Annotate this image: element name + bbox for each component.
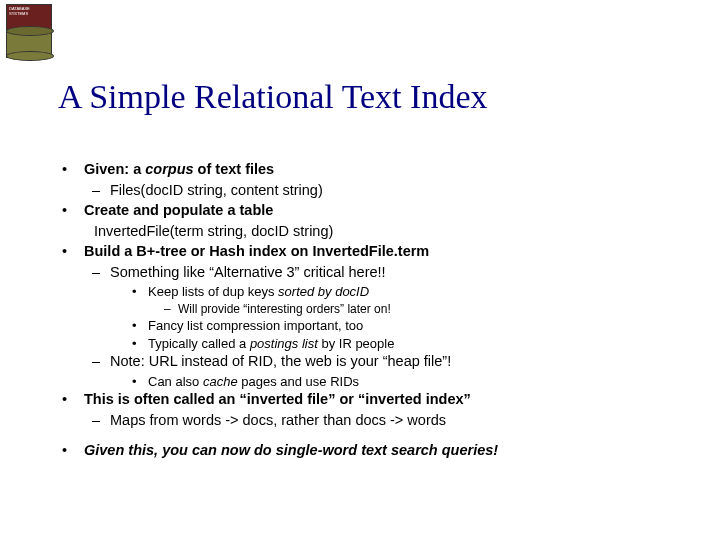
bullet-conclusion: •Given this, you can now do single-word …	[62, 441, 680, 461]
subbullet-maps: –Maps from words -> docs, rather than do…	[92, 411, 680, 431]
bullet-create: •Create and populate a table	[62, 201, 680, 221]
bullet-btree: •Build a B+-tree or Hash index on Invert…	[62, 242, 680, 262]
bullet-inverted-index: •This is often called an “inverted file”…	[62, 390, 680, 410]
subbullet-postings: •Typically called a postings list by IR …	[132, 335, 680, 353]
subbullet-orders: –Will provide “interesting orders” later…	[164, 301, 680, 317]
bullet-given: •Given: a corpus of text files	[62, 160, 680, 180]
subbullet-url: –Note: URL instead of RID, the web is yo…	[92, 352, 680, 372]
subbullet-alt3: –Something like “Alternative 3” critical…	[92, 263, 680, 283]
slide-title: A Simple Relational Text Index	[58, 78, 487, 116]
subbullet-cache: •Can also cache pages and use RIDs	[132, 373, 680, 391]
subbullet-fancy: •Fancy list compression important, too	[132, 317, 680, 335]
logo-cylinder	[6, 30, 52, 58]
subbullet-files: –Files(docID string, content string)	[92, 181, 680, 201]
inverted-schema: InvertedFile(term string, docID string)	[94, 222, 680, 242]
logo: DATABASESYSTEMS	[6, 4, 56, 58]
slide-body: •Given: a corpus of text files –Files(do…	[62, 160, 680, 462]
subbullet-dup: •Keep lists of dup keys sorted by docID	[132, 283, 680, 301]
